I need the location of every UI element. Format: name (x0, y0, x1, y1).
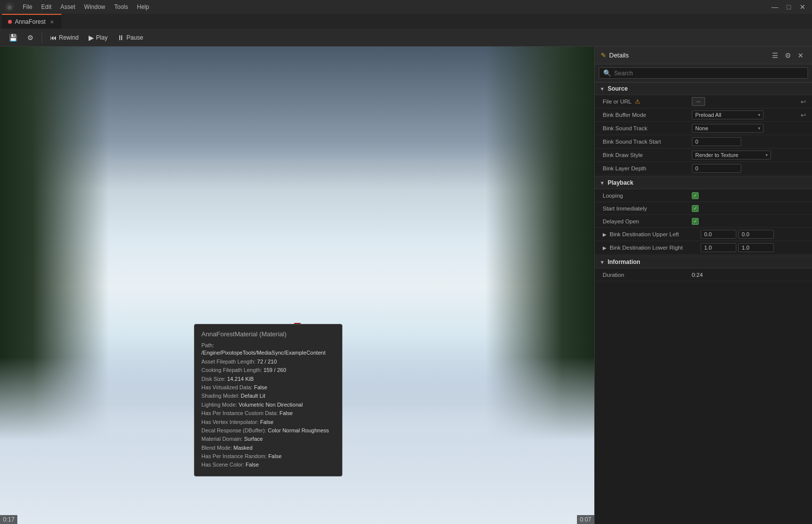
bink-buffer-select-wrap: Preload All (692, 110, 764, 119)
details-panel: ✎ Details ☰ ⚙ ✕ 🔍 ▼ Source (594, 47, 812, 524)
tab-close-icon[interactable]: ✕ (48, 18, 55, 25)
bink-draw-select[interactable]: Render to Texture (692, 151, 771, 159)
menu-edit[interactable]: Edit (37, 2, 55, 11)
prop-value-duration: 0:24 (692, 272, 807, 278)
close-btn[interactable]: ✕ (797, 1, 808, 12)
undo-file-url-btn[interactable]: ↩ (800, 98, 807, 105)
details-label: Details (609, 52, 629, 59)
prop-dest-upper: ▶ Bink Destination Upper Left (595, 228, 812, 241)
tooltip-scene-color-label: Has Scene Color: (201, 462, 244, 468)
rewind-icon: ⏮ (50, 34, 57, 42)
main-layout: AnnaForestMaterial (Material) Path: /Eng… (0, 47, 812, 524)
main-toolbar: 💾 ⚙ ⏮ Rewind ▶ Play ⏸ Pause (0, 29, 812, 47)
bink-buffer-select[interactable]: Preload All (692, 110, 764, 119)
prop-value-file-url: ··· (692, 97, 800, 106)
pause-icon: ⏸ (117, 34, 124, 42)
details-settings-btn[interactable]: ⚙ (782, 50, 793, 61)
tooltip-domain-val: Surface (244, 436, 263, 442)
bink-sound-start-input[interactable] (692, 137, 741, 146)
tooltip-lighting-label: Lighting Mode: (201, 402, 237, 408)
bink-layer-input[interactable] (692, 164, 741, 173)
prop-label-bink-layer: Bink Layer Depth (603, 165, 692, 171)
tooltip-shading-label: Shading Model: (201, 393, 239, 399)
prop-value-bink-buffer: Preload All (692, 110, 800, 119)
pause-btn[interactable]: ⏸ Pause (113, 32, 147, 44)
save-btn[interactable]: 💾 (5, 32, 21, 44)
tooltip-shading-val: Default Lit (241, 393, 266, 399)
pencil-icon: ✎ (601, 52, 606, 59)
prop-value-bink-draw: Render to Texture (692, 151, 807, 159)
prop-value-bink-sound-start (692, 137, 807, 146)
prop-bink-layer: Bink Layer Depth (595, 162, 812, 175)
save-icon: 💾 (9, 34, 17, 42)
menu-window[interactable]: Window (80, 2, 109, 11)
tooltip-decal-row: Decal Response (DBuffer): Color Normal R… (201, 427, 335, 434)
tooltip-path-row: Path: /Engine/PixotopeTools/MediaSync/Ex… (201, 342, 335, 357)
dest-upper-x-input[interactable] (701, 230, 736, 239)
details-header-actions: ☰ ⚙ ✕ (769, 50, 806, 61)
settings-btn[interactable]: ⚙ (23, 32, 38, 44)
tooltip-cooking-val: 159 / 260 (263, 367, 286, 373)
tooltip-cooking-label: Cooking Filepath Length: (201, 367, 262, 373)
prop-dest-lower: ▶ Bink Destination Lower Right (595, 241, 812, 255)
pause-label: Pause (126, 34, 143, 41)
rewind-btn[interactable]: ⏮ Rewind (46, 32, 83, 44)
list-view-btn[interactable]: ☰ (769, 50, 780, 61)
menu-help[interactable]: Help (133, 2, 153, 11)
tooltip-cooking-row: Cooking Filepath Length: 159 / 260 (201, 367, 335, 374)
prop-value-bink-layer (692, 164, 807, 173)
tab-annaforest[interactable]: AnnaForest ✕ (2, 14, 61, 29)
section-arrow-information: ▼ (600, 260, 605, 265)
play-icon: ▶ (89, 34, 94, 42)
play-btn[interactable]: ▶ Play (85, 32, 111, 44)
file-url-more-btn[interactable]: ··· (692, 97, 705, 106)
section-label-playback: Playback (608, 179, 633, 186)
tooltip-per-inst-row: Has Per Instance Custom Data: False (201, 410, 335, 417)
tooltip-per-inst-rand-row: Has Per Instance Random: False (201, 453, 335, 460)
looping-checkbox[interactable] (692, 192, 699, 199)
search-input[interactable] (614, 70, 804, 77)
dest-lower-inputs (701, 243, 807, 252)
tooltip-blend-row: Blend Mode: Masked (201, 444, 335, 452)
prop-label-bink-sound-start: Bink Sound Track Start (603, 139, 692, 145)
time-left: 0:17 (0, 515, 17, 524)
undo-bink-buffer-btn[interactable]: ↩ (800, 111, 807, 119)
dest-lower-y-input[interactable] (738, 243, 774, 252)
section-playback[interactable]: ▼ Playback (595, 176, 812, 189)
search-input-wrap: 🔍 (599, 67, 808, 79)
dest-lower-x-input[interactable] (701, 243, 736, 252)
details-close-btn[interactable]: ✕ (795, 50, 806, 61)
viewport-image: AnnaForestMaterial (Material) Path: /Eng… (0, 47, 594, 524)
menu-asset[interactable]: Asset (56, 2, 79, 11)
dest-upper-inputs (701, 230, 807, 239)
play-label: Play (96, 34, 107, 41)
menu-bar: File Edit Asset Window Tools Help (19, 2, 153, 11)
tooltip-vertex-row: Has Vertex Interpolator: False (201, 419, 335, 426)
delayed-open-checkbox[interactable] (692, 218, 699, 225)
start-immediately-checkbox[interactable] (692, 205, 699, 212)
logo-icon: ◎ (7, 4, 12, 10)
app-logo: ◎ (4, 1, 15, 12)
prop-looping: Looping (595, 189, 812, 202)
tooltip-scene-color-val: False (245, 462, 259, 468)
maximize-btn[interactable]: □ (783, 1, 794, 12)
tooltip-vertex-label: Has Vertex Interpolator: (201, 419, 259, 425)
tooltip-domain-row: Material Domain: Surface (201, 435, 335, 443)
prop-label-looping: Looping (603, 193, 692, 199)
prop-delayed-open: Delayed Open (595, 215, 812, 228)
title-bar: ◎ File Edit Asset Window Tools Help — □ … (0, 0, 812, 14)
dest-upper-y-input[interactable] (738, 230, 774, 239)
tab-bar: AnnaForest ✕ (0, 14, 812, 29)
tooltip-virt-row: Has Virtualized Data: False (201, 384, 335, 391)
bink-sound-select[interactable]: None (692, 124, 764, 133)
expand-arrow-upper: ▶ (603, 232, 607, 237)
tooltip-decal-val: Color Normal Roughness (268, 427, 329, 433)
minimize-btn[interactable]: — (769, 1, 780, 12)
menu-file[interactable]: File (19, 2, 36, 11)
prop-label-bink-sound: Bink Sound Track (603, 125, 692, 131)
section-source[interactable]: ▼ Source (595, 82, 812, 95)
menu-tools[interactable]: Tools (110, 2, 132, 11)
tooltip-title: AnnaForestMaterial (Material) (201, 330, 335, 338)
bink-draw-select-wrap: Render to Texture (692, 151, 771, 159)
section-information[interactable]: ▼ Information (595, 256, 812, 268)
